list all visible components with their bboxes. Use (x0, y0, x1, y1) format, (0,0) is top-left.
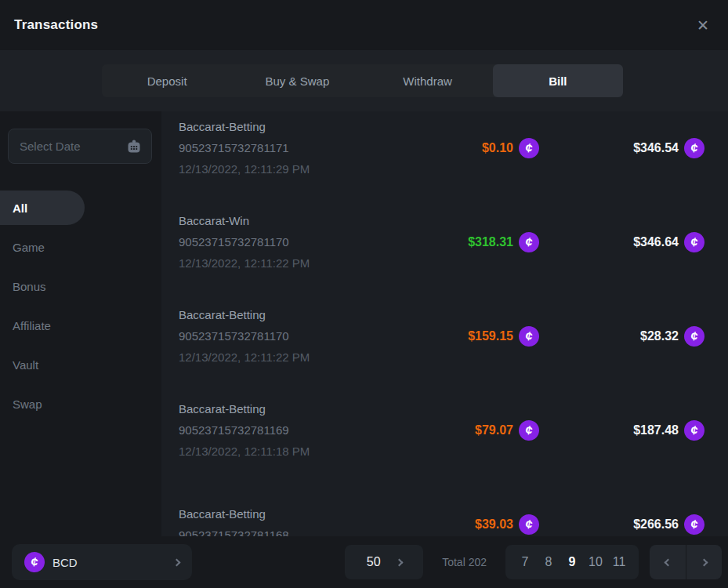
page-size-value: 50 (367, 555, 381, 569)
transaction-row: Baccarat-Betting 90523715732781168 $39.0… (179, 492, 704, 536)
bcd-coin-icon: ¢ (517, 230, 541, 253)
sidebar: All Game Bonus Affiliate Vault Swap (0, 111, 161, 536)
footer: ¢ BCD 50 Total 202 7 8 9 10 11 (0, 536, 728, 588)
page-button-7[interactable]: 7 (513, 555, 537, 569)
close-icon[interactable]: ✕ (692, 15, 714, 36)
calendar-icon[interactable] (126, 139, 142, 154)
tab-bill[interactable]: Bill (493, 64, 623, 97)
transaction-name: Baccarat-Win (179, 210, 414, 231)
transaction-date: 12/13/2022, 12:11:29 PM (179, 158, 414, 180)
transaction-date: 12/13/2022, 12:11:22 PM (179, 347, 414, 368)
transaction-balance: $346.54 (633, 141, 679, 155)
transaction-balance: $187.48 (633, 423, 679, 437)
transaction-date: 12/13/2022, 12:11:18 PM (179, 441, 414, 462)
transaction-id: 90523715732781169 (179, 419, 414, 441)
bcd-coin-icon: ¢ (683, 418, 706, 441)
chevron-right-icon (395, 558, 403, 566)
filter-swap[interactable]: Swap (0, 384, 161, 423)
page-size-selector[interactable]: 50 (345, 545, 423, 579)
transaction-id: 90523715732781168 (179, 524, 414, 537)
next-page-button[interactable] (686, 545, 722, 579)
pagination: 7 8 9 10 11 (505, 545, 639, 579)
bcd-coin-icon: ¢ (23, 550, 46, 574)
transaction-name: Baccarat-Betting (179, 304, 414, 325)
total-count: Total 202 (442, 556, 487, 568)
bcd-coin-icon: ¢ (517, 324, 541, 347)
transaction-row: Baccarat-Win 90523715732781170 12/13/202… (179, 210, 704, 274)
currency-selector[interactable]: ¢ BCD (12, 544, 192, 580)
page-title: Transactions (14, 17, 98, 33)
transaction-name: Baccarat-Betting (179, 503, 414, 524)
transaction-date: 12/13/2022, 12:11:22 PM (179, 252, 414, 274)
date-picker[interactable] (8, 129, 152, 164)
transaction-balance: $28.32 (640, 329, 679, 343)
transaction-name: Baccarat-Betting (179, 398, 414, 419)
page-button-8[interactable]: 8 (537, 555, 560, 569)
chevron-right-icon (701, 558, 708, 566)
transaction-id: 90523715732781170 (179, 325, 414, 347)
bcd-coin-icon: ¢ (683, 324, 706, 347)
pagination-nav (650, 545, 722, 579)
transactions-modal: Transactions ✕ Deposit Buy & Swap Withdr… (0, 0, 728, 588)
transaction-id: 90523715732781170 (179, 231, 414, 252)
filter-game[interactable]: Game (0, 227, 161, 267)
bcd-coin-icon: ¢ (683, 136, 706, 159)
filter-bonus[interactable]: Bonus (0, 267, 161, 306)
chevron-right-icon (173, 558, 181, 566)
bcd-coin-icon: ¢ (517, 418, 541, 441)
transaction-list: Baccarat-Betting 90523715732781171 12/13… (161, 111, 728, 536)
transaction-name: Baccarat-Betting (179, 116, 414, 137)
filter-affiliate[interactable]: Affiliate (0, 306, 161, 345)
prev-page-button[interactable] (650, 545, 686, 579)
filter-all[interactable]: All (0, 191, 85, 225)
bcd-coin-icon: ¢ (517, 136, 541, 159)
transaction-row: Baccarat-Betting 90523715732781169 12/13… (179, 398, 704, 462)
bcd-coin-icon: ¢ (683, 512, 706, 535)
chevron-left-icon (664, 558, 672, 566)
transaction-amount: $159.15 (468, 329, 513, 343)
transaction-amount: $0.10 (482, 141, 513, 155)
transaction-balance: $346.64 (633, 235, 679, 249)
bcd-coin-icon: ¢ (683, 230, 706, 253)
transaction-amount: $79.07 (475, 423, 513, 437)
currency-label: BCD (53, 556, 174, 569)
transaction-amount: $318.31 (468, 235, 513, 249)
date-input[interactable] (20, 140, 126, 153)
filter-vault[interactable]: Vault (0, 345, 161, 384)
tab-group: Deposit Buy & Swap Withdraw Bill (102, 64, 623, 97)
tab-withdraw[interactable]: Withdraw (363, 64, 493, 97)
tab-band: Deposit Buy & Swap Withdraw Bill (0, 50, 728, 111)
tab-buy-swap[interactable]: Buy & Swap (232, 64, 362, 97)
transaction-amount: $39.03 (475, 517, 513, 532)
modal-header: Transactions ✕ (0, 0, 728, 50)
page-button-10[interactable]: 10 (584, 555, 607, 569)
content: All Game Bonus Affiliate Vault Swap Bacc… (0, 111, 728, 536)
page-button-9-current[interactable]: 9 (560, 555, 584, 569)
filter-list: All Game Bonus Affiliate Vault Swap (0, 188, 161, 423)
bcd-coin-icon: ¢ (517, 512, 541, 535)
page-button-11[interactable]: 11 (607, 555, 631, 569)
tab-deposit[interactable]: Deposit (102, 64, 232, 97)
transaction-balance: $266.56 (633, 517, 679, 532)
transaction-row: Baccarat-Betting 90523715732781170 12/13… (179, 304, 704, 368)
transaction-row: Baccarat-Betting 90523715732781171 12/13… (179, 116, 704, 180)
transaction-id: 90523715732781171 (179, 137, 414, 158)
